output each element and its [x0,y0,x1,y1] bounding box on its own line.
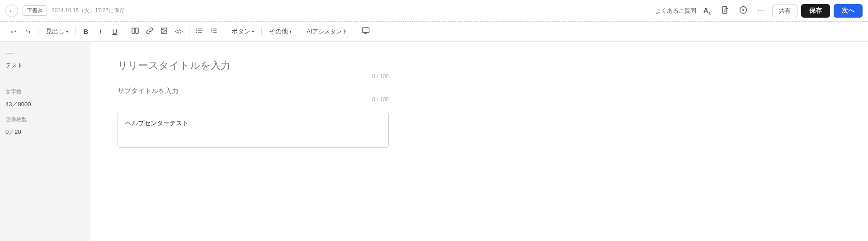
redo-icon: ↪ [25,28,31,35]
svg-point-8 [163,29,164,30]
top-bar-right: よくあるご質問 Aa ··· 共有 保存 次へ [655,4,863,18]
sidebar-item-test[interactable]: テスト [5,61,85,70]
screen-button[interactable] [359,25,373,38]
other-label: その他 [269,28,288,36]
faq-link[interactable]: よくあるご質問 [655,7,696,15]
char-count-label: 文字数 [5,88,85,96]
list-bullet-icon [196,27,203,36]
top-bar-left: ← 下書き 2024.10.15（火）17:27に保存 [5,5,650,17]
code-button[interactable]: </> [172,25,185,38]
content-area: 0 / 100 0 / 100 ヘルプセンターテスト [90,42,868,241]
underline-icon: U [113,28,118,35]
doc-icon [721,6,729,16]
draft-badge: 下書き [23,5,47,16]
top-bar: ← 下書き 2024.10.15（火）17:27に保存 よくあるご質問 Aa ·… [0,0,868,22]
sep4 [189,27,189,36]
sidebar-dash: — [5,49,85,57]
italic-icon: I [99,28,101,35]
body-content-box[interactable]: ヘルプセンターテスト [118,112,389,148]
image-button[interactable] [158,25,170,38]
release-title-input[interactable] [118,60,389,71]
image-icon [160,27,168,36]
undo-icon: ↩ [11,28,16,35]
play-icon [739,6,747,16]
font-icon-button[interactable]: Aa [700,4,714,18]
sep2 [75,27,76,36]
dots-button[interactable]: ··· [754,4,769,18]
ai-assistant-button[interactable]: AIアシスタント [303,25,351,38]
svg-rect-5 [132,28,135,33]
sep3 [125,27,125,36]
button-chevron-icon: ▾ [252,29,254,34]
heading-dropdown[interactable]: 見出し ▾ [42,25,72,38]
char-count-value: 43／8000 [5,100,85,109]
sidebar-divider [5,79,85,79]
sidebar: — テスト 文字数 43／8000 画像枚数 0／20 [0,42,90,241]
share-button[interactable]: 共有 [772,5,797,17]
list-ordered-icon: 1.2.3. [210,27,217,36]
ai-label: AIアシスタント [307,28,347,36]
svg-point-14 [196,32,197,33]
screen-icon [362,27,370,36]
sep5 [224,27,224,36]
other-chevron-icon: ▾ [289,29,292,34]
bold-button[interactable]: B [80,25,92,38]
back-button[interactable]: ← [5,5,18,17]
image-count-value: 0／20 [5,128,85,136]
save-button[interactable]: 保存 [801,4,830,18]
back-icon: ← [9,7,15,14]
italic-button[interactable]: I [94,25,107,38]
play-icon-button[interactable] [736,4,750,18]
subtitle-char-count: 0 / 100 [118,96,389,103]
columns-icon [132,27,139,36]
sep6 [261,27,262,36]
body-text: ヘルプセンターテスト [125,119,189,127]
other-dropdown[interactable]: その他 ▾ [265,25,295,38]
underline-button[interactable]: U [108,25,121,38]
svg-point-13 [196,30,197,31]
heading-label: 見出し [46,28,65,36]
sep1 [38,27,38,36]
list-ordered-button[interactable]: 1.2.3. [208,25,220,38]
save-time: 2024.10.15（火）17:27に保存 [52,7,125,14]
chevron-down-icon: ▾ [66,29,68,34]
main-layout: — テスト 文字数 43／8000 画像枚数 0／20 0 / 100 0 / … [0,42,868,241]
bold-icon: B [84,28,89,35]
svg-text:3.: 3. [211,31,213,33]
image-count-label: 画像枚数 [5,116,85,123]
code-icon: </> [175,28,183,35]
button-dropdown[interactable]: ボタン ▾ [228,25,258,38]
font-icon: Aa [703,6,711,15]
link-icon [146,27,153,36]
subtitle-input[interactable] [118,87,389,95]
columns-button[interactable] [129,25,142,38]
svg-rect-6 [136,28,138,33]
dots-icon: ··· [757,6,765,15]
svg-marker-4 [743,9,745,11]
list-bullet-button[interactable] [193,25,206,38]
undo-button[interactable]: ↩ [7,25,20,38]
sep7 [299,27,299,36]
redo-button[interactable]: ↪ [22,25,34,38]
title-char-count: 0 / 100 [118,73,389,80]
subtitle-row: 0 / 100 [118,87,389,103]
svg-rect-21 [362,28,369,33]
toolbar: ↩ ↪ 見出し ▾ B I U </> [0,22,868,42]
sep8 [355,27,355,36]
link-button[interactable] [143,25,156,38]
next-button[interactable]: 次へ [834,4,863,18]
doc-icon-button[interactable] [718,4,732,18]
button-label: ボタン [231,28,250,36]
title-row: 0 / 100 [118,60,389,80]
svg-point-12 [196,28,197,29]
